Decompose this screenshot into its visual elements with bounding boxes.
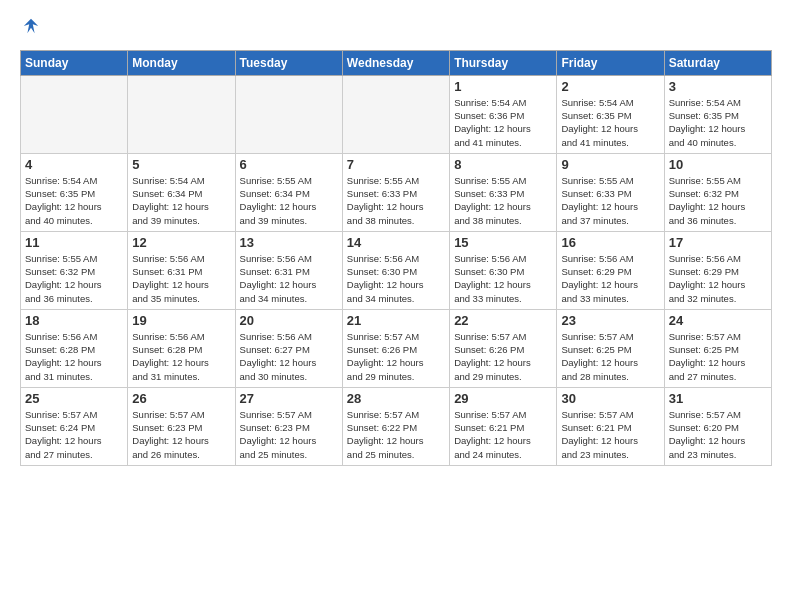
- calendar-cell: 4Sunrise: 5:54 AM Sunset: 6:35 PM Daylig…: [21, 153, 128, 231]
- day-info: Sunrise: 5:57 AM Sunset: 6:24 PM Dayligh…: [25, 408, 123, 461]
- day-info: Sunrise: 5:54 AM Sunset: 6:36 PM Dayligh…: [454, 96, 552, 149]
- calendar-cell: 20Sunrise: 5:56 AM Sunset: 6:27 PM Dayli…: [235, 309, 342, 387]
- calendar-cell: 30Sunrise: 5:57 AM Sunset: 6:21 PM Dayli…: [557, 387, 664, 465]
- calendar-table: SundayMondayTuesdayWednesdayThursdayFrid…: [20, 50, 772, 466]
- calendar-cell: 1Sunrise: 5:54 AM Sunset: 6:36 PM Daylig…: [450, 75, 557, 153]
- day-number: 12: [132, 235, 230, 250]
- calendar-cell: [342, 75, 449, 153]
- logo-text: [20, 20, 40, 40]
- day-info: Sunrise: 5:57 AM Sunset: 6:20 PM Dayligh…: [669, 408, 767, 461]
- calendar-cell: 16Sunrise: 5:56 AM Sunset: 6:29 PM Dayli…: [557, 231, 664, 309]
- weekday-header-thursday: Thursday: [450, 50, 557, 75]
- calendar-cell: [21, 75, 128, 153]
- calendar-cell: 9Sunrise: 5:55 AM Sunset: 6:33 PM Daylig…: [557, 153, 664, 231]
- day-info: Sunrise: 5:57 AM Sunset: 6:22 PM Dayligh…: [347, 408, 445, 461]
- day-number: 14: [347, 235, 445, 250]
- calendar-cell: 29Sunrise: 5:57 AM Sunset: 6:21 PM Dayli…: [450, 387, 557, 465]
- day-number: 18: [25, 313, 123, 328]
- weekday-header-friday: Friday: [557, 50, 664, 75]
- weekday-header-saturday: Saturday: [664, 50, 771, 75]
- day-info: Sunrise: 5:56 AM Sunset: 6:31 PM Dayligh…: [132, 252, 230, 305]
- calendar-cell: 7Sunrise: 5:55 AM Sunset: 6:33 PM Daylig…: [342, 153, 449, 231]
- day-number: 7: [347, 157, 445, 172]
- calendar-cell: 5Sunrise: 5:54 AM Sunset: 6:34 PM Daylig…: [128, 153, 235, 231]
- calendar-cell: 17Sunrise: 5:56 AM Sunset: 6:29 PM Dayli…: [664, 231, 771, 309]
- day-info: Sunrise: 5:57 AM Sunset: 6:26 PM Dayligh…: [347, 330, 445, 383]
- calendar-week-1: 1Sunrise: 5:54 AM Sunset: 6:36 PM Daylig…: [21, 75, 772, 153]
- day-number: 29: [454, 391, 552, 406]
- day-number: 28: [347, 391, 445, 406]
- calendar-cell: 28Sunrise: 5:57 AM Sunset: 6:22 PM Dayli…: [342, 387, 449, 465]
- day-number: 2: [561, 79, 659, 94]
- weekday-header-wednesday: Wednesday: [342, 50, 449, 75]
- calendar-cell: 8Sunrise: 5:55 AM Sunset: 6:33 PM Daylig…: [450, 153, 557, 231]
- calendar-cell: 21Sunrise: 5:57 AM Sunset: 6:26 PM Dayli…: [342, 309, 449, 387]
- svg-marker-0: [24, 19, 38, 33]
- day-number: 10: [669, 157, 767, 172]
- calendar-cell: [235, 75, 342, 153]
- header: [20, 20, 772, 40]
- calendar-cell: [128, 75, 235, 153]
- day-info: Sunrise: 5:54 AM Sunset: 6:35 PM Dayligh…: [561, 96, 659, 149]
- day-number: 1: [454, 79, 552, 94]
- day-number: 4: [25, 157, 123, 172]
- calendar-week-2: 4Sunrise: 5:54 AM Sunset: 6:35 PM Daylig…: [21, 153, 772, 231]
- calendar-cell: 6Sunrise: 5:55 AM Sunset: 6:34 PM Daylig…: [235, 153, 342, 231]
- day-number: 17: [669, 235, 767, 250]
- calendar-cell: 24Sunrise: 5:57 AM Sunset: 6:25 PM Dayli…: [664, 309, 771, 387]
- day-number: 11: [25, 235, 123, 250]
- day-number: 22: [454, 313, 552, 328]
- day-info: Sunrise: 5:56 AM Sunset: 6:30 PM Dayligh…: [347, 252, 445, 305]
- day-info: Sunrise: 5:55 AM Sunset: 6:32 PM Dayligh…: [25, 252, 123, 305]
- day-number: 5: [132, 157, 230, 172]
- day-number: 6: [240, 157, 338, 172]
- calendar-cell: 26Sunrise: 5:57 AM Sunset: 6:23 PM Dayli…: [128, 387, 235, 465]
- day-number: 27: [240, 391, 338, 406]
- calendar-cell: 18Sunrise: 5:56 AM Sunset: 6:28 PM Dayli…: [21, 309, 128, 387]
- calendar-cell: 2Sunrise: 5:54 AM Sunset: 6:35 PM Daylig…: [557, 75, 664, 153]
- calendar-cell: 10Sunrise: 5:55 AM Sunset: 6:32 PM Dayli…: [664, 153, 771, 231]
- calendar-cell: 3Sunrise: 5:54 AM Sunset: 6:35 PM Daylig…: [664, 75, 771, 153]
- calendar-cell: 31Sunrise: 5:57 AM Sunset: 6:20 PM Dayli…: [664, 387, 771, 465]
- day-info: Sunrise: 5:55 AM Sunset: 6:34 PM Dayligh…: [240, 174, 338, 227]
- day-info: Sunrise: 5:57 AM Sunset: 6:23 PM Dayligh…: [240, 408, 338, 461]
- day-number: 25: [25, 391, 123, 406]
- day-info: Sunrise: 5:57 AM Sunset: 6:26 PM Dayligh…: [454, 330, 552, 383]
- day-number: 15: [454, 235, 552, 250]
- calendar-week-3: 11Sunrise: 5:55 AM Sunset: 6:32 PM Dayli…: [21, 231, 772, 309]
- weekday-header-sunday: Sunday: [21, 50, 128, 75]
- day-info: Sunrise: 5:57 AM Sunset: 6:21 PM Dayligh…: [561, 408, 659, 461]
- day-info: Sunrise: 5:54 AM Sunset: 6:35 PM Dayligh…: [669, 96, 767, 149]
- day-number: 9: [561, 157, 659, 172]
- calendar-week-5: 25Sunrise: 5:57 AM Sunset: 6:24 PM Dayli…: [21, 387, 772, 465]
- weekday-header-monday: Monday: [128, 50, 235, 75]
- calendar-cell: 27Sunrise: 5:57 AM Sunset: 6:23 PM Dayli…: [235, 387, 342, 465]
- day-number: 16: [561, 235, 659, 250]
- day-number: 21: [347, 313, 445, 328]
- day-info: Sunrise: 5:54 AM Sunset: 6:35 PM Dayligh…: [25, 174, 123, 227]
- day-number: 13: [240, 235, 338, 250]
- day-info: Sunrise: 5:55 AM Sunset: 6:32 PM Dayligh…: [669, 174, 767, 227]
- day-info: Sunrise: 5:56 AM Sunset: 6:29 PM Dayligh…: [561, 252, 659, 305]
- calendar-cell: 25Sunrise: 5:57 AM Sunset: 6:24 PM Dayli…: [21, 387, 128, 465]
- weekday-header-tuesday: Tuesday: [235, 50, 342, 75]
- day-number: 23: [561, 313, 659, 328]
- day-info: Sunrise: 5:57 AM Sunset: 6:25 PM Dayligh…: [561, 330, 659, 383]
- day-number: 26: [132, 391, 230, 406]
- day-info: Sunrise: 5:56 AM Sunset: 6:30 PM Dayligh…: [454, 252, 552, 305]
- calendar-cell: 13Sunrise: 5:56 AM Sunset: 6:31 PM Dayli…: [235, 231, 342, 309]
- day-info: Sunrise: 5:56 AM Sunset: 6:28 PM Dayligh…: [25, 330, 123, 383]
- calendar-cell: 12Sunrise: 5:56 AM Sunset: 6:31 PM Dayli…: [128, 231, 235, 309]
- day-number: 24: [669, 313, 767, 328]
- day-info: Sunrise: 5:55 AM Sunset: 6:33 PM Dayligh…: [561, 174, 659, 227]
- calendar-cell: 14Sunrise: 5:56 AM Sunset: 6:30 PM Dayli…: [342, 231, 449, 309]
- calendar-cell: 11Sunrise: 5:55 AM Sunset: 6:32 PM Dayli…: [21, 231, 128, 309]
- day-info: Sunrise: 5:55 AM Sunset: 6:33 PM Dayligh…: [347, 174, 445, 227]
- day-number: 31: [669, 391, 767, 406]
- day-number: 19: [132, 313, 230, 328]
- day-info: Sunrise: 5:57 AM Sunset: 6:25 PM Dayligh…: [669, 330, 767, 383]
- day-info: Sunrise: 5:57 AM Sunset: 6:23 PM Dayligh…: [132, 408, 230, 461]
- day-info: Sunrise: 5:57 AM Sunset: 6:21 PM Dayligh…: [454, 408, 552, 461]
- calendar-cell: 19Sunrise: 5:56 AM Sunset: 6:28 PM Dayli…: [128, 309, 235, 387]
- calendar-cell: 15Sunrise: 5:56 AM Sunset: 6:30 PM Dayli…: [450, 231, 557, 309]
